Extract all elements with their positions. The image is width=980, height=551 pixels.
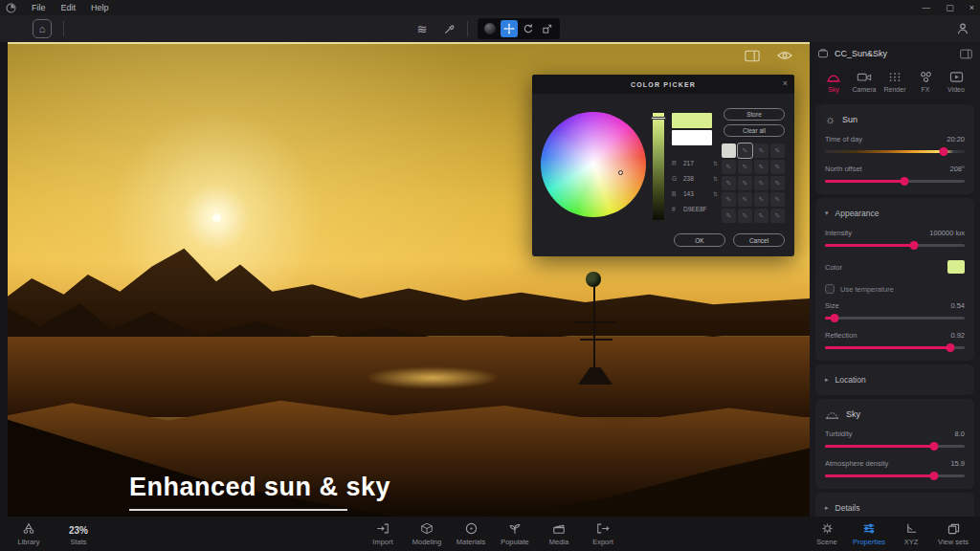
stepper-icon[interactable]: ⇅	[713, 175, 718, 182]
caption-block: Enhanced sun & sky Take your project out…	[129, 473, 424, 517]
swatch-slot[interactable]: ✎	[754, 209, 768, 223]
lander-arm	[580, 339, 612, 341]
scene-button[interactable]: Scene	[806, 522, 848, 546]
stats-button[interactable]: 23% Stats	[57, 522, 100, 546]
swatch-slot[interactable]: ✎	[738, 192, 752, 207]
panel-toggle-icon[interactable]	[745, 50, 760, 62]
reflection-slider[interactable]	[825, 342, 965, 353]
swatch-slot[interactable]: ✎	[722, 192, 736, 207]
menu-edit[interactable]: Edit	[54, 3, 84, 12]
new-color-swatch	[672, 113, 712, 128]
menu-file[interactable]: File	[24, 3, 54, 12]
channel-b-field[interactable]: B 143 ⇅	[672, 186, 718, 201]
north-offset-slider[interactable]	[825, 175, 965, 187]
close-button[interactable]: ×	[969, 3, 974, 12]
location-header[interactable]: ▸ Location	[825, 372, 965, 387]
tab-sky[interactable]: Sky	[819, 71, 848, 93]
view-sets-icon	[947, 522, 960, 536]
materials-sphere-icon	[465, 522, 478, 536]
swatch-slot[interactable]: ✎	[754, 160, 768, 174]
export-icon	[596, 522, 610, 536]
view-sets-button[interactable]: View sets	[932, 522, 974, 546]
swatch-slot[interactable]: ✎	[754, 192, 768, 207]
caption-underline	[129, 509, 347, 511]
channel-g-field[interactable]: G 238 ⇅	[672, 170, 718, 186]
xyz-button[interactable]: XYZ	[890, 522, 932, 546]
stored-swatch[interactable]	[722, 143, 736, 158]
tab-render[interactable]: Render	[880, 71, 909, 93]
layers-icon[interactable]: ≋	[413, 20, 431, 37]
swatch-slot[interactable]: ✎	[722, 160, 736, 174]
sun-color-swatch[interactable]	[947, 260, 965, 274]
swatch-slot[interactable]: ✎	[770, 160, 785, 174]
stepper-icon[interactable]: ⇅	[713, 160, 718, 166]
properties-button[interactable]: Properties	[848, 522, 890, 546]
swatch-slot[interactable]: ✎	[722, 209, 736, 223]
dock-populate[interactable]: Populate	[494, 522, 536, 546]
time-of-day-slider[interactable]	[825, 145, 965, 157]
dialog-close-icon[interactable]: ×	[783, 78, 788, 88]
library-button[interactable]: Library	[8, 522, 50, 546]
library-icon	[22, 522, 35, 536]
swatch-slot[interactable]: ✎	[770, 143, 785, 158]
scale-tool-icon[interactable]	[539, 20, 556, 37]
minimize-button[interactable]: —	[922, 3, 930, 12]
menu-help[interactable]: Help	[83, 3, 117, 12]
dock-export[interactable]: Export	[582, 522, 624, 546]
tab-camera[interactable]: Camera	[850, 71, 879, 93]
move-tool-icon[interactable]	[501, 20, 518, 37]
menu-bar: File Edit Help	[0, 0, 980, 15]
render-dots-icon	[888, 71, 902, 83]
swatch-slot[interactable]: ✎	[770, 176, 785, 190]
color-wheel[interactable]	[541, 112, 646, 217]
rotate-tool-icon[interactable]	[520, 20, 537, 37]
value-slider-handle[interactable]	[651, 117, 666, 120]
dock-modeling[interactable]: Modeling	[406, 522, 448, 546]
maximize-button[interactable]: ▢	[946, 3, 954, 12]
hex-field[interactable]: # D9EE8F	[672, 201, 718, 216]
swatch-slot[interactable]: ✎	[738, 160, 752, 174]
value-slider[interactable]	[653, 113, 664, 220]
eye-icon[interactable]	[777, 50, 792, 62]
scene-gear-icon	[821, 522, 834, 536]
ok-button[interactable]: OK	[674, 233, 725, 247]
color-wheel-cursor[interactable]	[618, 170, 623, 175]
account-icon[interactable]	[953, 19, 972, 38]
fx-circles-icon	[919, 71, 933, 83]
dock-materials[interactable]: Materials	[450, 522, 492, 546]
collapse-collapsed-icon: ▸	[825, 504, 829, 512]
caption-headline: Enhanced sun & sky	[129, 473, 424, 502]
swatch-slot[interactable]: ✎	[754, 143, 768, 158]
use-temperature-checkbox[interactable]	[825, 284, 835, 294]
clear-all-button[interactable]: Clear all	[724, 124, 785, 137]
appearance-header[interactable]: ▾ Appearance	[825, 206, 965, 221]
import-icon	[376, 522, 390, 536]
cancel-button[interactable]: Cancel	[733, 233, 785, 247]
tab-fx[interactable]: FX	[911, 71, 940, 93]
stats-value: 23%	[69, 522, 88, 536]
swatch-slot[interactable]: ✎	[738, 176, 752, 190]
swatch-slot[interactable]: ✎	[722, 176, 736, 190]
intensity-slider[interactable]	[825, 239, 965, 251]
dock-media[interactable]: Media	[538, 522, 580, 546]
panel-collapse-icon[interactable]	[960, 49, 972, 59]
swatch-slot[interactable]: ✎	[770, 209, 785, 223]
select-sphere-icon[interactable]	[481, 20, 499, 37]
turbidity-slider[interactable]	[825, 440, 965, 452]
swatch-slot-selected[interactable]: ✎	[738, 143, 752, 158]
swatch-slot[interactable]: ✎	[770, 192, 785, 207]
collapse-collapsed-icon: ▸	[825, 376, 829, 384]
eyedropper-tool-icon[interactable]	[440, 20, 457, 37]
home-button[interactable]: ⌂	[33, 19, 52, 38]
tab-video[interactable]: Video	[942, 71, 970, 93]
details-header[interactable]: ▸ Details	[825, 500, 965, 516]
channel-r-field[interactable]: R 217 ⇅	[672, 155, 718, 170]
stepper-icon[interactable]: ⇅	[713, 190, 718, 197]
dock-import[interactable]: Import	[362, 522, 404, 546]
store-button[interactable]: Store	[724, 108, 785, 121]
swatch-slot[interactable]: ✎	[738, 209, 752, 223]
toolbar-divider	[63, 21, 64, 36]
atmosphere-density-slider[interactable]	[825, 470, 965, 481]
size-slider[interactable]	[825, 312, 965, 323]
swatch-slot[interactable]: ✎	[754, 176, 768, 190]
